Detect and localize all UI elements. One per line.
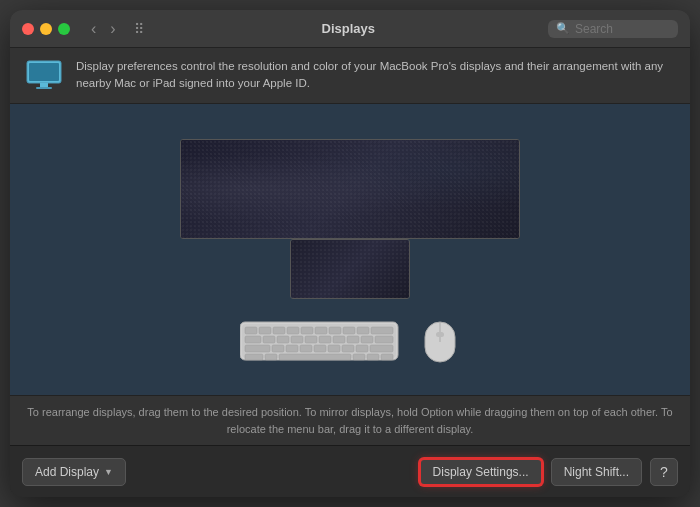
svg-rect-35 [245, 354, 263, 360]
svg-rect-18 [277, 336, 289, 343]
svg-rect-37 [279, 354, 351, 360]
keyboard-mouse-area [240, 312, 460, 367]
svg-rect-24 [361, 336, 373, 343]
close-button[interactable] [22, 23, 34, 35]
svg-rect-38 [353, 354, 365, 360]
svg-rect-19 [291, 336, 303, 343]
svg-rect-33 [356, 345, 368, 352]
svg-rect-12 [329, 327, 341, 334]
forward-button[interactable]: › [105, 18, 120, 40]
svg-rect-1 [29, 63, 59, 81]
svg-rect-21 [319, 336, 331, 343]
svg-rect-16 [245, 336, 261, 343]
svg-rect-26 [245, 345, 270, 352]
back-button[interactable]: ‹ [86, 18, 101, 40]
svg-rect-11 [315, 327, 327, 334]
displays-window: ‹ › ⠿ Displays 🔍 Display preferences con… [10, 10, 690, 497]
main-display[interactable] [180, 139, 520, 239]
svg-rect-6 [245, 327, 257, 334]
svg-rect-23 [347, 336, 359, 343]
traffic-lights [22, 23, 70, 35]
svg-rect-9 [287, 327, 299, 334]
add-display-button[interactable]: Add Display ▼ [22, 458, 126, 486]
display-canvas [160, 139, 540, 339]
secondary-display[interactable] [290, 239, 410, 299]
night-shift-button[interactable]: Night Shift... [551, 458, 642, 486]
svg-rect-20 [305, 336, 317, 343]
monitor-icon [26, 60, 62, 90]
display-area [10, 104, 690, 396]
maximize-button[interactable] [58, 23, 70, 35]
nav-buttons: ‹ › [86, 18, 121, 40]
svg-rect-15 [371, 327, 393, 334]
svg-rect-2 [40, 83, 48, 87]
svg-rect-14 [357, 327, 369, 334]
svg-rect-34 [370, 345, 393, 352]
instruction-text: To rearrange displays, drag them to the … [27, 406, 672, 435]
svg-rect-36 [265, 354, 277, 360]
svg-rect-8 [273, 327, 285, 334]
chevron-down-icon: ▼ [104, 467, 113, 477]
svg-rect-40 [381, 354, 393, 360]
bottom-bar: Add Display ▼ Display Settings... Night … [10, 445, 690, 497]
display-settings-label: Display Settings... [433, 465, 529, 479]
window-title: Displays [157, 21, 540, 36]
search-bar[interactable]: 🔍 [548, 20, 678, 38]
instruction-bar: To rearrange displays, drag them to the … [10, 395, 690, 445]
svg-rect-17 [263, 336, 275, 343]
svg-rect-29 [300, 345, 312, 352]
night-shift-label: Night Shift... [564, 465, 629, 479]
svg-rect-30 [314, 345, 326, 352]
mouse-icon [420, 312, 460, 367]
svg-rect-10 [301, 327, 313, 334]
svg-rect-3 [36, 87, 52, 89]
svg-rect-25 [375, 336, 393, 343]
svg-rect-31 [328, 345, 340, 352]
info-description: Display preferences control the resoluti… [76, 58, 674, 93]
display-settings-button[interactable]: Display Settings... [419, 458, 543, 486]
svg-rect-43 [436, 332, 444, 337]
minimize-button[interactable] [40, 23, 52, 35]
info-bar: Display preferences control the resoluti… [10, 48, 690, 104]
add-display-label: Add Display [35, 465, 99, 479]
titlebar: ‹ › ⠿ Displays 🔍 [10, 10, 690, 48]
svg-rect-13 [343, 327, 355, 334]
grid-button[interactable]: ⠿ [129, 19, 149, 39]
svg-rect-32 [342, 345, 354, 352]
svg-rect-7 [259, 327, 271, 334]
help-button[interactable]: ? [650, 458, 678, 486]
search-icon: 🔍 [556, 22, 570, 35]
keyboard-icon [240, 317, 400, 362]
search-input[interactable] [575, 22, 665, 36]
svg-rect-27 [272, 345, 284, 352]
svg-rect-39 [367, 354, 379, 360]
svg-rect-22 [333, 336, 345, 343]
help-label: ? [660, 464, 668, 480]
svg-rect-28 [286, 345, 298, 352]
